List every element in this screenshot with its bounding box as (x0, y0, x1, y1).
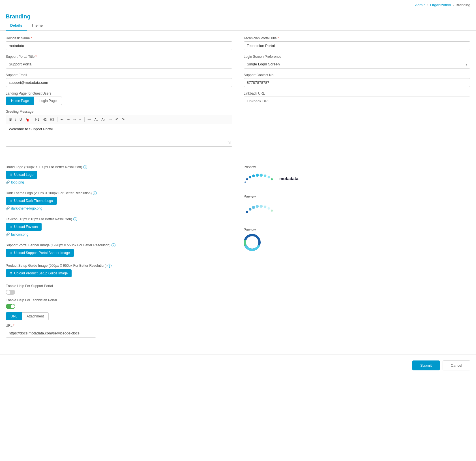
bottom-divider (0, 355, 476, 355)
resize-handle: ⇲ (227, 140, 231, 145)
dark-logo-preview (244, 201, 470, 219)
svg-point-13 (256, 205, 259, 208)
text-color-btn[interactable]: T▉ (24, 117, 30, 122)
font-size-btn[interactable]: A↓ (93, 117, 99, 122)
main-content: Helpdesk Name* Support Portal Title* Sup… (0, 36, 476, 349)
support-contact-input[interactable] (244, 78, 470, 87)
brand-logo-file-link[interactable]: 🔗 logo.png (6, 180, 232, 184)
redo-btn[interactable]: ↷ (121, 117, 126, 122)
technician-portal-title-input[interactable] (244, 41, 470, 50)
favicon-info-icon[interactable]: i (73, 217, 77, 221)
support-portal-title-input[interactable] (6, 60, 232, 69)
favicon-file-link[interactable]: 🔗 favicon.png (6, 232, 232, 236)
support-email-label: Support Email (6, 73, 232, 77)
url-field-group: URL* (6, 324, 232, 338)
login-screen-label: Login Screen Preference (244, 55, 470, 59)
cancel-button[interactable]: Cancel (443, 360, 470, 370)
quote-btn[interactable]: ⤺ (108, 117, 113, 122)
favicon-preview-box: Preview (244, 228, 470, 252)
tab-theme[interactable]: Theme (27, 21, 47, 31)
helpdesk-name-input[interactable] (6, 41, 232, 50)
align-right-btn[interactable]: ⇨ (72, 117, 77, 122)
tab-details[interactable]: Details (6, 21, 27, 31)
attachment-tab[interactable]: Attachment (22, 312, 49, 320)
preview-label-1: Preview (244, 165, 470, 169)
svg-point-2 (252, 174, 255, 177)
svg-point-8 (245, 182, 246, 183)
dark-logo-info-icon[interactable]: i (93, 191, 97, 195)
align-center-btn[interactable]: ⇥ (66, 117, 71, 122)
svg-point-12 (252, 206, 255, 209)
right-col: Technician Portal Title* Login Screen Pr… (244, 36, 470, 151)
enable-technician-toggle[interactable] (6, 304, 15, 309)
linkback-group: Linkback URL (244, 91, 470, 105)
svg-text:motadata: motadata (279, 176, 299, 181)
italic-btn[interactable]: I (14, 117, 17, 122)
svg-point-1 (249, 176, 251, 178)
dark-logo-file-link[interactable]: 🔗 dark-theme-logo.png (6, 206, 232, 210)
h1-btn[interactable]: H1 (34, 117, 40, 122)
linkback-input[interactable] (244, 97, 470, 105)
upload-banner-icon: ⬆ (10, 251, 12, 255)
submit-button[interactable]: Submit (412, 360, 439, 370)
url-tab[interactable]: URL (6, 312, 22, 320)
align-left-btn[interactable]: ⇤ (59, 117, 65, 122)
toolbar-sep3 (84, 117, 85, 122)
bottom-actions: Submit Cancel (0, 360, 476, 376)
upload-icon: ⬆ (10, 173, 12, 177)
enable-support-label: Enable Help For Support Portal (6, 284, 232, 288)
svg-point-14 (260, 205, 263, 208)
svg-point-4 (260, 174, 263, 177)
support-contact-group: Support Contact No. (244, 73, 470, 87)
product-guide-upload: Product Setup Guide Image (500px X 950px… (6, 264, 232, 277)
svg-point-15 (264, 206, 267, 208)
favicon-svg (244, 234, 261, 251)
upload-dark-logo-button[interactable]: ⬆ Upload Dark Theme Logo (6, 197, 57, 205)
enable-support-toggle[interactable] (6, 290, 15, 295)
bold-btn[interactable]: B (8, 117, 13, 122)
linkback-label: Linkback URL (244, 91, 470, 95)
font-color-btn[interactable]: A↑ (100, 117, 106, 122)
brand-logo-upload: Brand Logo (200px X 100px For Better Res… (6, 165, 232, 184)
upload-logo-button[interactable]: ⬆ Upload Logo (6, 171, 37, 179)
support-contact-label: Support Contact No. (244, 73, 470, 77)
enable-support-row: Enable Help For Support Portal (6, 284, 232, 295)
login-screen-select[interactable]: Single Login Screen (244, 60, 470, 69)
svg-point-6 (268, 176, 270, 178)
greeting-editor[interactable]: Welcome to Support Portal ⇲ (6, 124, 232, 147)
upload-favicon-button[interactable]: ⬆ Upload Favicon (6, 223, 42, 231)
brand-logo-info-icon[interactable]: i (83, 165, 87, 169)
landing-login-btn[interactable]: Login Page (34, 97, 62, 105)
svg-point-5 (264, 174, 267, 177)
svg-point-7 (271, 178, 273, 180)
hr-btn[interactable]: — (87, 117, 92, 122)
breadcrumb-organization[interactable]: Organization (430, 3, 451, 7)
h2-btn[interactable]: H2 (41, 117, 48, 122)
upload-banner-button[interactable]: ⬆ Upload Support Portal Banner Image (6, 249, 74, 257)
svg-point-0 (246, 178, 248, 180)
underline-btn[interactable]: U (18, 117, 23, 122)
align-justify-btn[interactable]: ≡ (78, 117, 82, 122)
upload-product-guide-button[interactable]: ⬆ Upload Product Setup Guide Image (6, 269, 72, 277)
h3-btn[interactable]: H3 (49, 117, 55, 122)
undo-btn[interactable]: ↶ (114, 117, 119, 122)
left-col: Helpdesk Name* Support Portal Title* Sup… (6, 36, 232, 151)
helpdesk-name-group: Helpdesk Name* (6, 36, 232, 50)
product-guide-info-icon[interactable]: i (108, 264, 112, 268)
greeting-toolbar: B I U T▉ H1 H2 H3 ⇤ ⇥ ⇨ ≡ — A↓ A↑ (6, 115, 232, 124)
support-email-group: Support Email (6, 73, 232, 87)
support-portal-title-group: Support Portal Title* (6, 55, 232, 69)
breadcrumb-admin[interactable]: Admin (415, 3, 426, 7)
preview-col: Preview (244, 165, 470, 338)
landing-home-btn[interactable]: Home Page (6, 97, 34, 105)
svg-point-10 (246, 211, 248, 213)
support-email-input[interactable] (6, 78, 232, 87)
breadcrumb-current: Branding (456, 3, 470, 7)
tab-bar: Details Theme (0, 21, 476, 31)
url-input[interactable] (6, 329, 96, 338)
banner-info-icon[interactable]: i (112, 243, 115, 247)
brand-logo-svg (244, 171, 278, 185)
brand-logo-preview: motadata (244, 171, 470, 185)
login-screen-select-wrapper: Single Login Screen ▾ (244, 60, 470, 69)
greeting-group: Greeting Message B I U T▉ H1 H2 H3 ⇤ ⇥ ⇨… (6, 110, 232, 147)
